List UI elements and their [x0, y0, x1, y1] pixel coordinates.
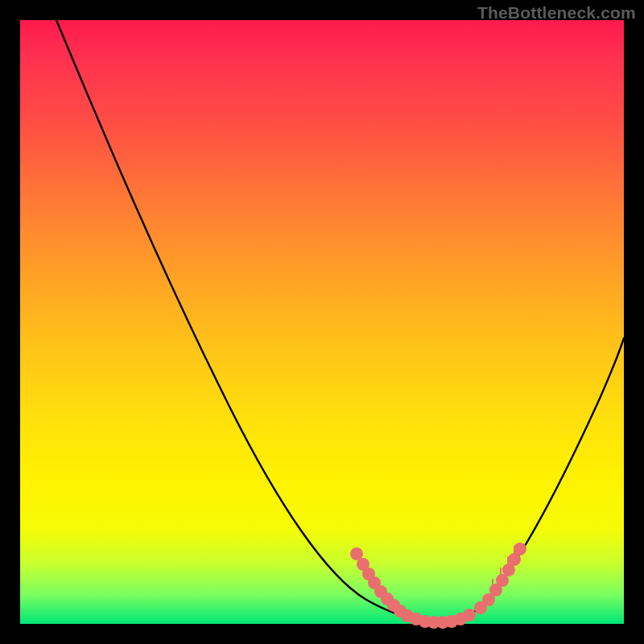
marker-group	[350, 543, 526, 629]
marker-tick	[500, 568, 502, 579]
chart-svg	[20, 20, 624, 624]
bottleneck-curve	[56, 20, 624, 622]
marker-dot	[514, 543, 526, 555]
marker-tick	[492, 579, 493, 590]
watermark-label: TheBottleneck.com	[477, 3, 636, 23]
chart-frame: TheBottleneck.com	[0, 0, 644, 644]
marker-dot	[463, 609, 476, 621]
marker-tick	[514, 546, 515, 557]
plot-area	[20, 20, 624, 624]
marker-tick	[507, 556, 509, 568]
